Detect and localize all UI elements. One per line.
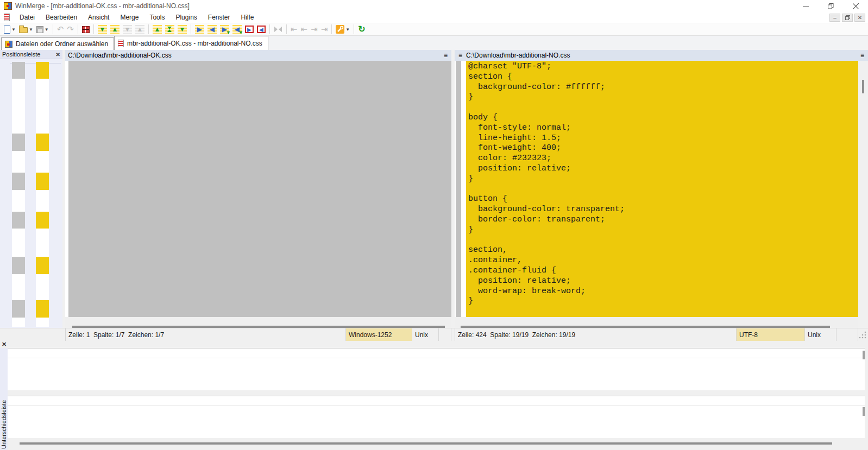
refresh-button[interactable]: ↻ — [356, 23, 367, 35]
diff-pane-close-icon[interactable]: ✕ — [2, 341, 7, 348]
location-diff-block[interactable] — [12, 62, 25, 79]
code-line[interactable]: } — [468, 92, 858, 103]
code-line[interactable]: line-height: 1.5; — [468, 134, 858, 144]
code-line[interactable]: section, — [468, 245, 858, 256]
mdi-close-button[interactable]: ✕ — [854, 14, 865, 22]
location-diff-block[interactable] — [36, 62, 49, 79]
save-dropdown-icon[interactable]: ▼ — [45, 27, 49, 32]
right-horizontal-scrollbar[interactable] — [455, 317, 858, 328]
code-line[interactable]: color: #232323; — [468, 154, 858, 164]
location-diff-block[interactable] — [12, 300, 25, 318]
tab-file-folder-select[interactable]: Dateien oder Ordner auswählen — [1, 37, 114, 50]
left-status-encoding[interactable]: Windows-1252 — [346, 328, 412, 341]
code-line[interactable]: } — [468, 225, 858, 236]
location-bar-left[interactable] — [12, 62, 25, 327]
code-line[interactable]: position: relative; — [468, 164, 858, 174]
location-bar-right[interactable] — [36, 62, 49, 327]
plugins-dropdown-icon[interactable]: ▼ — [345, 27, 350, 32]
close-button[interactable] — [843, 0, 868, 12]
menu-item-datei[interactable]: Datei — [14, 12, 40, 23]
copy-right-advance-button[interactable]: ▶▼ — [218, 23, 231, 35]
menu-item-plugins[interactable]: Plugins — [170, 12, 202, 23]
resize-grip-icon[interactable] — [858, 331, 867, 339]
last-difference-button[interactable]: ▼ — [176, 23, 188, 35]
code-line[interactable]: font-style: normal; — [468, 123, 858, 134]
right-status-position: Zeile: 424 Spalte: 19/19 Zeichen: 19/19 — [455, 328, 737, 341]
copy-left-advance-button[interactable]: ◀▼ — [231, 23, 243, 35]
menu-item-merge[interactable]: Merge — [115, 12, 144, 23]
code-line[interactable]: body { — [468, 113, 858, 123]
code-line[interactable]: position: relative; — [468, 276, 858, 287]
right-status-eol[interactable]: Unix — [805, 328, 836, 341]
code-line[interactable]: background-color: transparent; — [468, 205, 858, 215]
new-dropdown-icon[interactable]: ▼ — [11, 27, 16, 32]
menu-item-fenster[interactable]: Fenster — [203, 12, 236, 23]
right-vscroll-thumb[interactable] — [862, 80, 864, 93]
location-pane-close-icon[interactable]: ✕ — [56, 52, 60, 58]
next-difference-button[interactable]: ▼ — [96, 23, 109, 35]
menu-item-ansicht[interactable]: Ansicht — [83, 12, 115, 23]
code-line[interactable]: font-weight: 400; — [468, 143, 858, 154]
code-line[interactable] — [468, 185, 858, 195]
first-difference-button[interactable]: ▲ — [151, 23, 163, 35]
code-line[interactable]: word-wrap: break-word; — [468, 287, 858, 297]
diff-pane-left-text[interactable] — [8, 348, 865, 390]
right-file-editor[interactable]: @charset "UTF-8";section { background-co… — [455, 61, 858, 317]
copy-left-button[interactable]: ◀ — [206, 23, 218, 35]
left-status-eol[interactable]: Unix — [412, 328, 439, 341]
code-line[interactable]: .container-fluid { — [468, 266, 858, 276]
right-code-area[interactable]: @charset "UTF-8";section { background-co… — [466, 61, 858, 317]
options-button[interactable] — [80, 23, 91, 35]
location-diff-block[interactable] — [36, 134, 49, 151]
rl-copy-left-button[interactable]: ◀ — [255, 23, 267, 35]
right-status-encoding[interactable]: UTF-8 — [737, 328, 805, 341]
diff-right-vscroll-thumb[interactable] — [863, 407, 865, 416]
diff-horizontal-scrollbar[interactable] — [8, 438, 868, 450]
toolbar-separator — [331, 24, 332, 34]
right-header-menu-icon[interactable]: ≡ — [455, 52, 466, 59]
location-diff-block[interactable] — [36, 173, 49, 190]
current-difference-button[interactable] — [163, 23, 176, 35]
right-vertical-scrollbar[interactable] — [858, 61, 868, 328]
plugins-button[interactable]: ▼ — [334, 23, 351, 35]
minimize-button[interactable] — [793, 0, 818, 12]
code-line[interactable] — [468, 236, 858, 246]
previous-difference-button[interactable]: ▲ — [109, 23, 121, 35]
code-line[interactable]: background-color: #ffffff; — [468, 83, 858, 93]
restore-button[interactable] — [818, 0, 843, 12]
left-horizontal-scrollbar[interactable] — [65, 317, 451, 328]
code-line[interactable]: .container, — [468, 256, 858, 266]
menu-item-bearbeiten[interactable]: Bearbeiten — [40, 12, 83, 23]
copy-right-button[interactable]: ▶ — [193, 23, 206, 35]
code-line[interactable]: } — [468, 296, 858, 307]
location-diff-block[interactable] — [36, 212, 49, 229]
mdi-minimize-button[interactable]: – — [829, 14, 840, 22]
diff-left-vscroll-thumb[interactable] — [863, 351, 865, 359]
right-header-menu-icon-2[interactable]: ≡ — [857, 52, 868, 59]
new-button[interactable]: ▼ — [2, 23, 17, 35]
menu-item-hilfe[interactable]: Hilfe — [236, 12, 260, 23]
mdi-restore-button[interactable] — [842, 14, 853, 22]
location-diff-block[interactable] — [12, 173, 25, 190]
lr-copy-right-button[interactable]: ▶ — [243, 23, 255, 35]
open-dropdown-icon[interactable]: ▼ — [29, 27, 33, 32]
location-diff-block[interactable] — [36, 257, 49, 274]
code-line[interactable]: border-color: transparent; — [468, 215, 858, 225]
open-button[interactable]: ▼ — [17, 23, 35, 35]
menu-item-tools[interactable]: Tools — [144, 12, 170, 23]
code-line[interactable] — [468, 307, 858, 317]
tab-file-compare[interactable]: mbr-additional-OK.css - mbr-additional-N… — [114, 36, 268, 50]
code-line[interactable]: } — [468, 174, 858, 185]
left-header-menu-icon[interactable]: ≡ — [440, 52, 451, 59]
diff-hscroll-thumb[interactable] — [20, 442, 832, 445]
location-diff-block[interactable] — [12, 134, 25, 151]
location-diff-block[interactable] — [12, 257, 25, 274]
diff-pane-right-text[interactable] — [8, 396, 865, 438]
code-line[interactable]: button { — [468, 194, 858, 205]
code-line[interactable]: section { — [468, 72, 858, 83]
location-diff-block[interactable] — [36, 300, 49, 318]
code-line[interactable]: @charset "UTF-8"; — [468, 62, 858, 72]
location-diff-block[interactable] — [12, 212, 25, 229]
code-line[interactable] — [468, 103, 858, 113]
left-file-editor[interactable] — [65, 61, 451, 317]
